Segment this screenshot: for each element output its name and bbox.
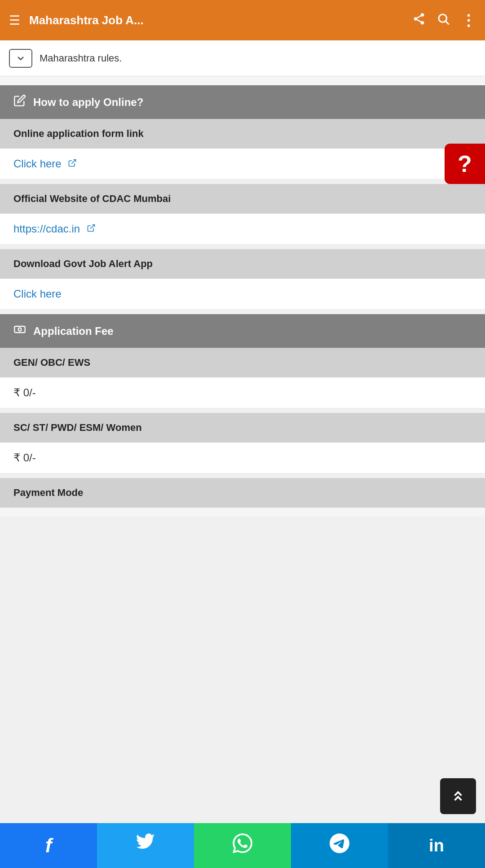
header-left: ☰ Maharashtra Job A... xyxy=(9,13,144,28)
online-form-value[interactable]: Click here xyxy=(0,149,485,180)
how-to-apply-label: How to apply Online? xyxy=(33,96,143,109)
svg-line-8 xyxy=(90,225,94,229)
divider-2 xyxy=(0,245,485,249)
divider-1 xyxy=(0,180,485,184)
download-app-label: Download Govt Job Alert App xyxy=(0,249,485,279)
payment-mode-label: Payment Mode xyxy=(0,478,485,508)
svg-line-4 xyxy=(417,16,421,18)
download-app-link[interactable]: Click here xyxy=(13,288,62,300)
search-icon[interactable] xyxy=(436,12,450,29)
hamburger-icon[interactable]: ☰ xyxy=(9,13,20,28)
collapse-button[interactable] xyxy=(9,49,32,68)
cdac-link[interactable]: https://cdac.in xyxy=(13,223,96,235)
svg-line-6 xyxy=(446,21,449,24)
official-website-label: Official Website of CDAC Mumbai xyxy=(0,184,485,214)
svg-line-7 xyxy=(72,160,76,164)
svg-point-0 xyxy=(421,13,424,17)
help-button[interactable]: ? xyxy=(445,144,485,184)
sc-st-pwd-value: ₹ 0/- xyxy=(0,443,485,473)
svg-point-5 xyxy=(439,14,447,22)
sc-st-pwd-label: SC/ ST/ PWD/ ESM/ Women xyxy=(0,413,485,443)
share-icon[interactable] xyxy=(412,12,426,29)
divider-5 xyxy=(0,473,485,478)
application-fee-label: Application Fee xyxy=(33,325,114,338)
download-app-value[interactable]: Click here xyxy=(0,279,485,310)
svg-rect-9 xyxy=(14,326,25,333)
svg-point-2 xyxy=(421,21,424,25)
online-form-label: Online application form link xyxy=(0,119,485,149)
divider-3 xyxy=(0,310,485,314)
bottom-spacer xyxy=(0,517,485,566)
edit-icon xyxy=(13,94,26,110)
main-content: How to apply Online? Online application … xyxy=(0,76,485,517)
money-icon xyxy=(13,323,26,339)
svg-point-1 xyxy=(414,17,418,21)
gen-obc-ews-label: GEN/ OBC/ EWS xyxy=(0,348,485,377)
breadcrumb-bar: Maharashtra rules. xyxy=(0,40,485,76)
gen-obc-ews-value: ₹ 0/- xyxy=(0,377,485,408)
how-to-apply-header: How to apply Online? xyxy=(0,85,485,119)
external-link-icon-2 xyxy=(87,224,96,234)
help-button-label: ? xyxy=(458,150,472,177)
svg-line-3 xyxy=(417,19,421,22)
header-right: ⋮ xyxy=(412,11,476,29)
application-fee-header: Application Fee xyxy=(0,314,485,348)
external-link-icon xyxy=(68,159,77,169)
divider-4 xyxy=(0,408,485,413)
breadcrumb-text: Maharashtra rules. xyxy=(40,53,122,64)
online-form-link[interactable]: Click here xyxy=(13,158,77,170)
official-website-value[interactable]: https://cdac.in xyxy=(0,214,485,245)
header-title: Maharashtra Job A... xyxy=(29,13,144,27)
svg-point-10 xyxy=(18,328,22,331)
app-header: ☰ Maharashtra Job A... ⋮ xyxy=(0,0,485,40)
more-options-icon[interactable]: ⋮ xyxy=(461,11,476,29)
